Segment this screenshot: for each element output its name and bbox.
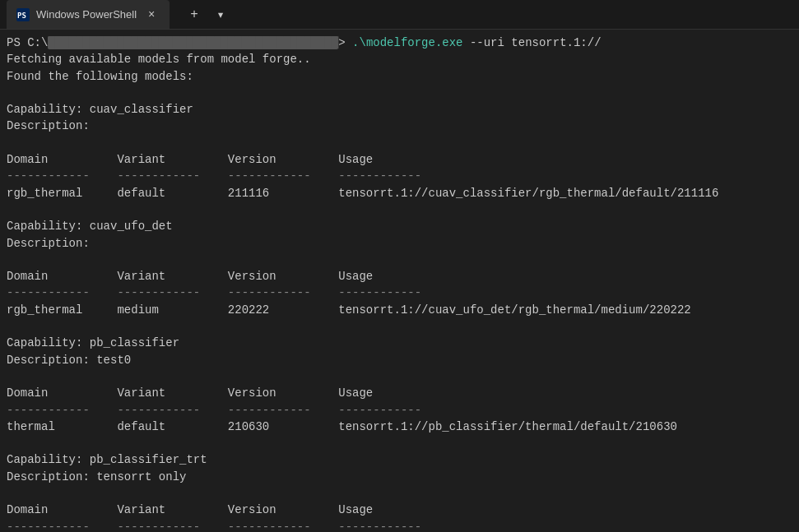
close-tab-button[interactable]: × — [143, 7, 160, 23]
blank-2 — [7, 135, 792, 151]
blank-7 — [7, 435, 792, 451]
capability-pb-classifier: Capability: pb_classifier — [7, 335, 792, 351]
capability-cuav-ufo-det: Capability: cuav_ufo_det — [7, 218, 792, 234]
prompt-gt: > — [338, 36, 352, 49]
description-cuav-ufo-det: Description: — [7, 235, 792, 252]
table-header-4: Domain Variant Version Usage — [7, 502, 792, 518]
table-sep-1: ------------ ------------ ------------ -… — [7, 168, 792, 184]
terminal-output: PS C:\██████████████████████████████████… — [0, 30, 799, 532]
command-args: --uri tensorrt.1:// — [463, 36, 602, 49]
description-pb-classifier: Description: test0 — [7, 352, 792, 368]
output-line-1: Fetching available models from model for… — [7, 51, 792, 67]
description-pb-classifier-trt: Description: tensorrt only — [7, 469, 792, 485]
table-sep-4: ------------ ------------ ------------ -… — [7, 519, 792, 532]
output-line-2: Found the following models: — [7, 68, 792, 85]
output-line-blank-1 — [7, 85, 792, 101]
blank-8 — [7, 485, 792, 502]
table-header-1: Domain Variant Version Usage — [7, 151, 792, 168]
description-cuav-classifier: Description: — [7, 118, 792, 134]
table-header-3: Domain Variant Version Usage — [7, 385, 792, 401]
new-tab-button[interactable]: + — [183, 3, 206, 26]
titlebar: PS Windows PowerShell × + ▾ — [0, 0, 799, 30]
blank-3 — [7, 201, 792, 218]
dropdown-button[interactable]: ▾ — [209, 3, 232, 26]
blank-5 — [7, 318, 792, 335]
table-sep-2: ------------ ------------ ------------ -… — [7, 285, 792, 301]
svg-text:PS: PS — [17, 12, 26, 20]
prompt-line: PS C:\██████████████████████████████████… — [7, 35, 792, 51]
table-row-3: thermal default 210630 tensorrt.1://pb_c… — [7, 419, 792, 435]
table-header-2: Domain Variant Version Usage — [7, 268, 792, 285]
table-row-1: rgb_thermal default 211116 tensorrt.1://… — [7, 185, 792, 201]
capability-cuav-classifier: Capability: cuav_classifier — [7, 101, 792, 118]
titlebar-title-text: Windows PowerShell — [36, 8, 137, 21]
blank-4 — [7, 252, 792, 268]
table-row-2: rgb_thermal medium 220222 tensorrt.1://c… — [7, 302, 792, 318]
redacted-path: ████████████████████████████████████████… — [48, 36, 338, 49]
table-sep-3: ------------ ------------ ------------ -… — [7, 402, 792, 419]
blank-6 — [7, 368, 792, 385]
titlebar-tab[interactable]: PS Windows PowerShell × — [7, 0, 170, 29]
capability-pb-classifier-trt: Capability: pb_classifier_trt — [7, 451, 792, 468]
command-exe: .\modelforge.exe — [352, 36, 462, 49]
titlebar-actions: + ▾ — [183, 3, 232, 26]
powershell-icon: PS — [16, 8, 30, 21]
prompt-ps: PS C:\ — [7, 36, 48, 49]
